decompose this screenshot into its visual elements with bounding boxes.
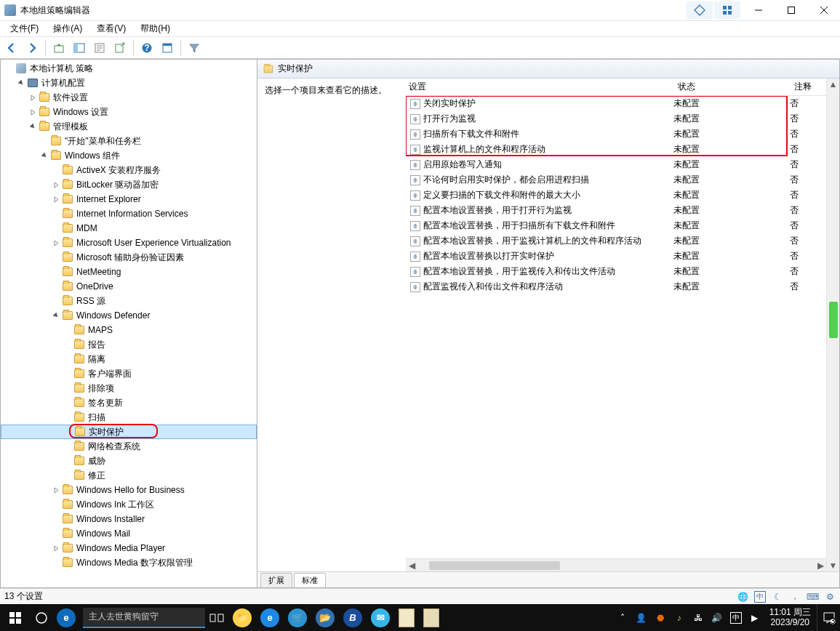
globe-icon[interactable]: 🌐 xyxy=(737,591,748,603)
pinned-app-5[interactable]: B xyxy=(339,604,367,631)
show-hide-tree-button[interactable] xyxy=(71,39,88,57)
comma-icon[interactable]: ， xyxy=(789,591,801,603)
menu-action[interactable]: 操作(A) xyxy=(47,21,88,36)
tree-pane[interactable]: 本地计算机 策略 计算机配置 软件设置 Windows 设置 管理模板 "开始"… xyxy=(0,59,257,588)
minimize-button[interactable] xyxy=(742,0,775,20)
tree-netmeeting[interactable]: NetMeeting xyxy=(1,265,257,279)
pinned-app-1[interactable]: 📁 xyxy=(228,604,256,631)
tree-network-inspection[interactable]: 网络检查系统 xyxy=(1,439,257,454)
tree-remediation[interactable]: 修正 xyxy=(1,468,257,483)
filter-button[interactable] xyxy=(185,39,203,57)
policy-row[interactable]: 关闭实时保护 未配置 否 xyxy=(406,96,826,111)
tree-onedrive[interactable]: OneDrive xyxy=(1,279,257,294)
col-note[interactable]: 注释 xyxy=(790,81,826,93)
tree-mdm[interactable]: MDM xyxy=(1,221,257,236)
policy-row[interactable]: 监视计算机上的文件和程序活动 未配置 否 xyxy=(406,142,826,157)
tree-bitlocker[interactable]: BitLocker 驱动器加密 xyxy=(1,177,257,192)
pinned-app-8[interactable] xyxy=(419,604,444,631)
tree-start-menu[interactable]: "开始"菜单和任务栏 xyxy=(1,134,257,148)
aux-icon-1[interactable] xyxy=(687,1,713,19)
tray-volume-icon[interactable]: 🔊 xyxy=(711,612,723,624)
tab-standard[interactable]: 标准 xyxy=(294,573,326,587)
tray-people-icon[interactable]: 👤 xyxy=(636,612,647,624)
policy-row[interactable]: 配置本地设置替换，用于监视计算机上的文件和程序活动 未配置 否 xyxy=(406,233,826,249)
tray-network-icon[interactable]: 🖧 xyxy=(692,612,704,624)
close-button[interactable] xyxy=(807,0,840,20)
start-button[interactable] xyxy=(0,604,31,631)
tree-win-components[interactable]: Windows 组件 xyxy=(1,148,257,163)
tree-hello[interactable]: Windows Hello for Business xyxy=(1,483,257,497)
tray-shield-icon[interactable]: ⬣ xyxy=(655,612,666,624)
tree-quarantine[interactable]: 隔离 xyxy=(1,352,257,366)
tray-note-icon[interactable]: ♪ xyxy=(673,612,685,624)
policy-row[interactable]: 配置本地设置替换，用于监视传入和传出文件活动 未配置 否 xyxy=(406,264,826,279)
tree-software-settings[interactable]: 软件设置 xyxy=(1,90,257,105)
pinned-app-2[interactable]: e xyxy=(256,604,284,631)
tray-up-icon[interactable]: ˄ xyxy=(617,612,628,624)
tree-secondary-auth[interactable]: Microsoft 辅助身份验证因素 xyxy=(1,250,257,265)
up-button[interactable] xyxy=(50,39,68,57)
policy-row[interactable]: 启用原始卷写入通知 未配置 否 xyxy=(406,157,826,172)
moon-icon[interactable]: ☾ xyxy=(772,591,783,603)
tree-maps[interactable]: MAPS xyxy=(1,323,257,337)
policy-row[interactable]: 不论何时启用实时保护，都会启用进程扫描 未配置 否 xyxy=(406,172,826,188)
keyboard-icon[interactable]: ⌨ xyxy=(807,591,818,603)
col-setting[interactable]: 设置 xyxy=(406,81,673,93)
menu-help[interactable]: 帮助(H) xyxy=(135,21,176,36)
menu-file[interactable]: 文件(F) xyxy=(4,21,44,36)
action-center-button[interactable]: 3 xyxy=(817,604,840,631)
col-state[interactable]: 状态 xyxy=(673,81,790,93)
tree-scan[interactable]: 扫描 xyxy=(1,410,257,425)
tray-triangle-icon[interactable]: ▶ xyxy=(749,612,761,624)
tree-realtime[interactable]: 实时保护 xyxy=(1,425,257,439)
cortana-button[interactable] xyxy=(31,604,52,631)
tree-uev[interactable]: Microsoft User Experience Virtualization xyxy=(1,236,257,250)
tree-iis[interactable]: Internet Information Services xyxy=(1,206,257,221)
pinned-app-7[interactable] xyxy=(394,604,419,631)
policy-row[interactable]: 配置本地设置替换，用于扫描所有下载文件和附件 未配置 否 xyxy=(406,218,826,233)
tree-threats[interactable]: 威胁 xyxy=(1,454,257,468)
tree-exclusions[interactable]: 排除项 xyxy=(1,381,257,395)
tray-ime-icon[interactable]: 中 xyxy=(730,612,742,624)
pinned-app-6[interactable]: ✉ xyxy=(367,604,394,631)
taskbar-clock[interactable]: 11:01 周三 2023/9/20 xyxy=(764,608,817,627)
back-button[interactable] xyxy=(3,39,20,57)
tree-root[interactable]: 本地计算机 策略 xyxy=(1,61,257,76)
aux-icon-2[interactable] xyxy=(714,1,740,19)
pinned-app-4[interactable]: 📂 xyxy=(311,604,339,631)
tree-installer[interactable]: Windows Installer xyxy=(1,512,257,526)
policy-row[interactable]: 配置本地设置替换，用于打开行为监视 未配置 否 xyxy=(406,203,826,218)
menu-view[interactable]: 查看(V) xyxy=(91,21,132,36)
taskview-button[interactable] xyxy=(205,604,228,631)
gear-icon[interactable]: ⚙ xyxy=(824,591,836,603)
h-scrollbar[interactable]: ◀ ▶ xyxy=(406,558,826,571)
tree-ie[interactable]: Internet Explorer xyxy=(1,192,257,206)
export-button[interactable] xyxy=(111,39,129,57)
tree-admin-templates[interactable]: 管理模板 xyxy=(1,119,257,134)
properties-button[interactable] xyxy=(91,39,108,57)
tree-drm[interactable]: Windows Media 数字权限管理 xyxy=(1,555,257,570)
tree-mail[interactable]: Windows Mail xyxy=(1,526,257,541)
refresh-button[interactable] xyxy=(159,39,176,57)
policy-row[interactable]: 扫描所有下载文件和附件 未配置 否 xyxy=(406,126,826,142)
tree-defender[interactable]: Windows Defender xyxy=(1,308,257,323)
tab-extended[interactable]: 扩展 xyxy=(260,573,292,587)
taskbar-search[interactable]: 主人去世黄狗留守 xyxy=(83,608,205,628)
policy-row[interactable]: 打开行为监视 未配置 否 xyxy=(406,111,826,126)
tree-activex[interactable]: ActiveX 安装程序服务 xyxy=(1,163,257,177)
edge-button[interactable]: e xyxy=(52,604,80,631)
tree-sig-updates[interactable]: 签名更新 xyxy=(1,395,257,410)
help-button[interactable]: ? xyxy=(138,39,156,57)
tree-rss[interactable]: RSS 源 xyxy=(1,294,257,308)
policy-row[interactable]: 配置监视传入和传出文件和程序活动 未配置 否 xyxy=(406,279,826,294)
forward-button[interactable] xyxy=(23,39,41,57)
ime-icon[interactable]: 中 xyxy=(754,591,766,603)
policy-row[interactable]: 配置本地设置替换以打开实时保护 未配置 否 xyxy=(406,249,826,264)
tree-mediaplayer[interactable]: Windows Media Player xyxy=(1,541,257,555)
tree-report[interactable]: 报告 xyxy=(1,337,257,352)
maximize-button[interactable] xyxy=(775,0,807,20)
tree-computer-config[interactable]: 计算机配置 xyxy=(1,76,257,90)
v-scrollbar[interactable]: ▲ ▼ xyxy=(826,79,839,571)
tree-windows-settings[interactable]: Windows 设置 xyxy=(1,105,257,119)
pinned-app-3[interactable]: 🛒 xyxy=(284,604,311,631)
